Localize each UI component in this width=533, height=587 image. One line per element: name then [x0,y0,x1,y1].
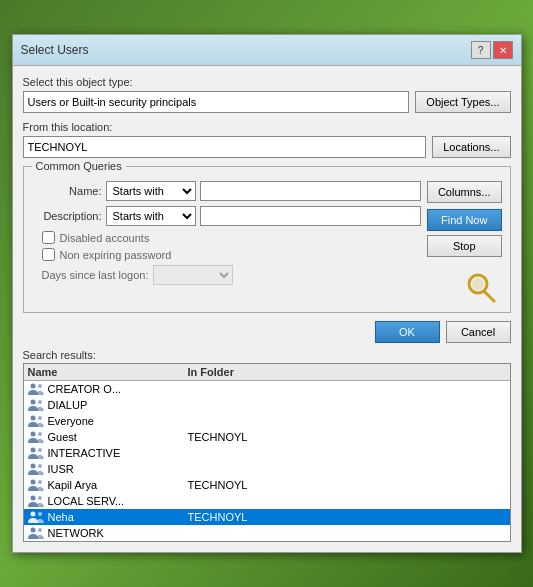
table-row[interactable]: Kapil AryaTECHNOYL [24,477,510,493]
result-name: Guest [48,431,188,443]
result-name: IUSR [48,463,188,475]
name-query-label: Name: [32,185,102,197]
svg-line-1 [484,291,494,301]
desc-filter-select[interactable]: Starts with Is exactly [106,206,196,226]
table-row[interactable]: IUSR [24,461,510,477]
result-folder: TECHNOYL [188,479,506,491]
result-name: LOCAL SERV... [48,495,188,507]
dialog-title: Select Users [21,43,89,57]
help-button[interactable]: ? [471,41,491,59]
result-folder: TECHNOYL [188,431,506,443]
svg-point-19 [30,512,35,517]
svg-point-6 [38,400,42,404]
result-name: NETWORK [48,527,188,539]
days-label: Days since last logon: [42,269,149,281]
object-type-input[interactable] [23,91,410,113]
svg-point-14 [38,464,42,468]
table-row[interactable]: CREATOR O... [24,381,510,397]
user-icon [28,398,44,412]
svg-point-3 [30,384,35,389]
svg-point-10 [38,432,42,436]
location-label: From this location: [23,121,511,133]
table-row[interactable]: INTERACTIVE [24,445,510,461]
svg-point-16 [38,480,42,484]
result-name: INTERACTIVE [48,447,188,459]
object-type-label: Select this object type: [23,76,511,88]
desc-query-input[interactable] [200,206,421,226]
table-row[interactable]: NehaTECHNOYL [24,509,510,525]
days-select[interactable] [153,265,233,285]
common-queries-group: Common Queries Name: Starts with Is exac… [23,166,511,313]
table-row[interactable]: Everyone [24,413,510,429]
title-bar: Select Users ? ✕ [13,35,521,66]
svg-point-13 [30,464,35,469]
svg-point-21 [30,528,35,533]
svg-point-17 [30,496,35,501]
result-folder: TECHNOYL [188,511,506,523]
user-icon [28,430,44,444]
svg-point-4 [38,384,42,388]
svg-point-11 [30,448,35,453]
user-icon [28,526,44,540]
select-users-dialog: Select Users ? ✕ Select this object type… [12,34,522,553]
disabled-accounts-checkbox[interactable] [42,231,55,244]
location-group: From this location: Locations... [23,121,511,158]
result-name: Kapil Arya [48,479,188,491]
results-body[interactable]: CREATOR O... DIALUP Everyone GuestTECHNO… [24,381,510,541]
table-row[interactable]: GuestTECHNOYL [24,429,510,445]
user-icon [28,510,44,524]
object-type-group: Select this object type: Object Types... [23,76,511,113]
search-results-section: Search results: Name In Folder CREATOR O… [23,349,511,542]
non-expiring-checkbox[interactable] [42,248,55,261]
user-icon [28,382,44,396]
user-icon [28,478,44,492]
svg-point-15 [30,480,35,485]
svg-point-2 [472,278,484,290]
close-button[interactable]: ✕ [493,41,513,59]
col-name-header: Name [28,366,188,378]
svg-point-20 [38,512,42,516]
ok-button[interactable]: OK [375,321,440,343]
svg-point-22 [38,528,42,532]
object-types-button[interactable]: Object Types... [415,91,510,113]
svg-point-18 [38,496,42,500]
stop-button[interactable]: Stop [427,235,502,257]
name-query-input[interactable] [200,181,421,201]
table-row[interactable]: LOCAL SERV... [24,493,510,509]
svg-point-5 [30,400,35,405]
find-now-button[interactable]: Find Now [427,209,502,231]
result-name: Everyone [48,415,188,427]
svg-point-12 [38,448,42,452]
svg-point-9 [30,432,35,437]
col-folder-header: In Folder [188,366,506,378]
result-name: Neha [48,511,188,523]
common-queries-title: Common Queries [32,160,126,172]
result-name: CREATOR O... [48,383,188,395]
locations-button[interactable]: Locations... [432,136,510,158]
location-input[interactable] [23,136,427,158]
user-icon [28,446,44,460]
user-icon [28,462,44,476]
table-row[interactable]: DIALUP [24,397,510,413]
results-table: Name In Folder CREATOR O... DIALUP Every… [23,363,511,542]
search-results-label: Search results: [23,349,511,361]
user-icon [28,414,44,428]
table-row[interactable]: NETWORK [24,525,510,541]
svg-point-8 [38,416,42,420]
non-expiring-label: Non expiring password [60,249,172,261]
user-icon [28,494,44,508]
result-name: DIALUP [48,399,188,411]
desc-query-label: Description: [32,210,102,222]
search-magnifier-icon [462,269,502,304]
dialog-body: Select this object type: Object Types...… [13,66,521,552]
cancel-button[interactable]: Cancel [446,321,511,343]
svg-point-7 [30,416,35,421]
columns-button[interactable]: Columns... [427,181,502,203]
name-filter-select[interactable]: Starts with Is exactly [106,181,196,201]
disabled-accounts-label: Disabled accounts [60,232,150,244]
